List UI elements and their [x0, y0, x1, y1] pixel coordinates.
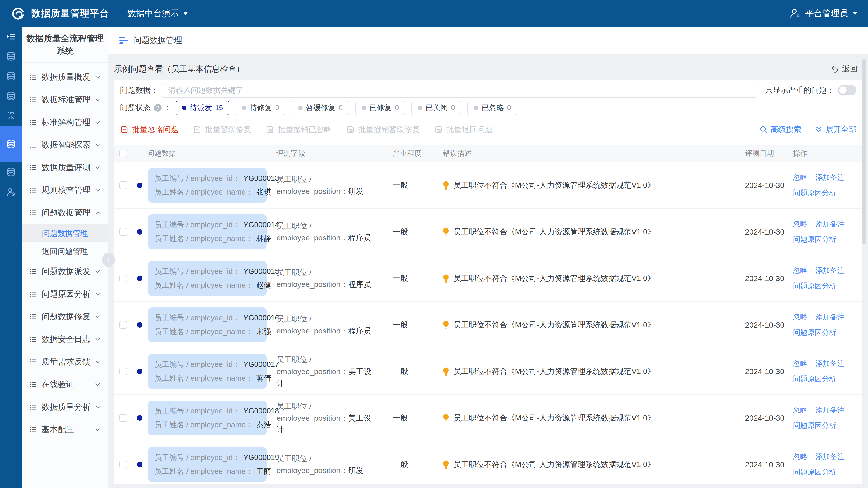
status-filter-pill[interactable]: 待派发 15 [176, 101, 229, 115]
keyword-input[interactable] [162, 83, 757, 98]
back-label: 返回 [842, 64, 858, 74]
sidebar-item[interactable]: 数据质量评测 [22, 156, 108, 179]
back-button[interactable]: 返回 [831, 64, 858, 74]
employee-name-label: 员工姓名 / employee_name： [154, 420, 253, 429]
list-icon [29, 358, 37, 366]
advanced-search-button[interactable]: 高级搜索 [759, 124, 801, 135]
cause-analysis-link[interactable]: 问题原因分析 [793, 328, 836, 337]
ignore-link[interactable]: 忽略 [793, 173, 807, 183]
status-filter-pill[interactable]: 暂缓修复 0 [292, 101, 349, 115]
database-icon[interactable] [0, 162, 22, 182]
cause-analysis-link[interactable]: 问题原因分析 [793, 234, 836, 245]
database-icon[interactable] [0, 66, 22, 86]
eval-field-cell: 员工职位 / employee_position：美工设计 [272, 354, 387, 389]
sidebar-item[interactable]: 质量需求反馈 [22, 351, 108, 373]
sidebar-item[interactable]: 数据智能探索 [22, 134, 108, 156]
lightbulb-icon [441, 273, 451, 283]
ignore-link[interactable]: 忽略 [793, 266, 807, 275]
sidebar-item-label: 在线验证 [41, 379, 94, 390]
user-settings-icon[interactable] [0, 182, 22, 202]
sidebar-item[interactable]: 在线验证 [22, 373, 108, 396]
action-line: 问题原因分析 [793, 328, 862, 337]
cause-analysis-link[interactable]: 问题原因分析 [793, 421, 836, 431]
sidebar-item-label: 问题数据修复 [41, 311, 94, 322]
position-value: 研发 [348, 466, 364, 475]
employee-name-line: 员工姓名 / employee_name：张琪 [154, 187, 267, 197]
row-checkbox[interactable] [119, 228, 127, 236]
batch-action-button[interactable]: 批量撤销暂缓修复 [346, 124, 420, 135]
add-note-link[interactable]: 添加备注 [815, 312, 844, 322]
sidebar-item[interactable]: 标准解构管理 [22, 111, 108, 134]
eval-field-cell: 员工职位 / employee_position：研发 [272, 173, 387, 197]
user-menu[interactable]: 平台管理员 [789, 7, 858, 19]
status-filter-pill[interactable]: 已忽略 0 [467, 101, 517, 115]
sidebar-item-label: 质量需求反馈 [41, 356, 94, 367]
row-checkbox[interactable] [119, 182, 127, 189]
batch-action-button[interactable]: 批量忽略问题 [120, 124, 178, 135]
sidebar-item[interactable]: 问题原因分析 [22, 283, 108, 305]
add-note-link[interactable]: 添加备注 [815, 173, 844, 183]
problem-data-icon[interactable] [0, 126, 22, 162]
double-chevron-down-icon [814, 125, 823, 134]
row-checkbox[interactable] [119, 321, 127, 329]
sidebar-item[interactable]: 规则核查管理 [22, 179, 108, 201]
expand-all-button[interactable]: 展开全部 [814, 124, 857, 135]
status-filter-pill[interactable]: 已关闭 0 [411, 101, 461, 115]
sidebar-group: 问题数据管理 问题数据管理退回问题管理 [22, 201, 108, 260]
cause-analysis-link[interactable]: 问题原因分析 [793, 188, 836, 198]
select-all-checkbox[interactable] [119, 150, 127, 157]
add-note-link[interactable]: 添加备注 [815, 359, 844, 369]
actions-cell: 忽略 添加备注 问题原因分析 [786, 452, 862, 477]
sidebar-item[interactable]: 基本配置 [22, 418, 108, 441]
sidebar-item[interactable]: 数据标准管理 [22, 89, 108, 111]
ignore-link[interactable]: 忽略 [793, 452, 807, 462]
sidebar-item[interactable]: 数据安全日志 [22, 328, 108, 351]
chevron-down-icon [94, 426, 101, 433]
ignore-link[interactable]: 忽略 [793, 312, 807, 322]
ignore-link[interactable]: 忽略 [793, 219, 807, 229]
severe-only-toggle[interactable] [838, 85, 857, 95]
actions-cell: 忽略 添加备注 问题原因分析 [786, 359, 862, 384]
action-line: 忽略 添加备注 [793, 312, 862, 322]
database-icon[interactable] [0, 86, 22, 106]
add-note-link[interactable]: 添加备注 [815, 405, 844, 415]
help-icon[interactable]: ? [154, 104, 162, 111]
severity-cell: 一般 [387, 320, 438, 330]
cause-analysis-link[interactable]: 问题原因分析 [793, 281, 836, 291]
add-note-link[interactable]: 添加备注 [815, 452, 844, 462]
cause-analysis-link[interactable]: 问题原因分析 [793, 374, 836, 384]
sidebar-subitem[interactable]: 问题数据管理 [22, 224, 108, 242]
col-eval-field: 评测字段 [272, 149, 387, 158]
sidebar-item[interactable]: 问题数据管理 [22, 201, 108, 224]
row-checkbox[interactable] [119, 461, 127, 468]
batch-action-button[interactable]: 批量退回问题 [434, 124, 493, 135]
workspace-switcher[interactable]: 数据中台演示 [127, 8, 188, 19]
data-explore-icon[interactable]: DATA [0, 106, 22, 126]
employee-name-line: 员工姓名 / employee_name：蒋倩 [154, 373, 267, 383]
status-filter-pill[interactable]: 待修复 0 [236, 101, 285, 115]
database-icon[interactable] [0, 46, 22, 66]
employee-name-line: 员工姓名 / employee_name：王丽 [154, 466, 267, 477]
sidebar-item[interactable]: 数据质量分析 [22, 396, 108, 418]
row-checkbox[interactable] [119, 367, 127, 375]
row-checkbox[interactable] [119, 274, 127, 282]
sidebar-subitem[interactable]: 退回问题管理 [22, 242, 108, 260]
ignore-link[interactable]: 忽略 [793, 405, 807, 415]
add-note-link[interactable]: 添加备注 [815, 219, 844, 229]
batch-action-button[interactable]: 批量撤销已忽略 [266, 124, 332, 135]
table-row: 员工编号 / employee_id：YG000019 员工姓名 / emplo… [114, 442, 862, 484]
cause-analysis-link[interactable]: 问题原因分析 [793, 467, 836, 477]
sidebar-item[interactable]: 问题数据修复 [22, 305, 108, 328]
status-pill-count: 0 [275, 104, 279, 112]
sidebar-group: 数据安全日志 [22, 328, 108, 351]
sidebar-item[interactable]: 数据质量概况 [22, 66, 108, 89]
scrollbar[interactable] [862, 59, 866, 244]
sidebar-item[interactable]: 问题数据派发 [22, 260, 108, 283]
add-note-link[interactable]: 添加备注 [815, 266, 844, 275]
status-filter-pill[interactable]: 已修复 0 [355, 101, 405, 115]
ignore-link[interactable]: 忽略 [793, 359, 807, 369]
sidebar-toggle-icon[interactable] [0, 27, 22, 46]
sidebar-collapse-handle[interactable]: ‹ [102, 253, 115, 267]
batch-action-button[interactable]: 批量暂缓修复 [193, 124, 251, 135]
row-checkbox[interactable] [119, 414, 127, 422]
